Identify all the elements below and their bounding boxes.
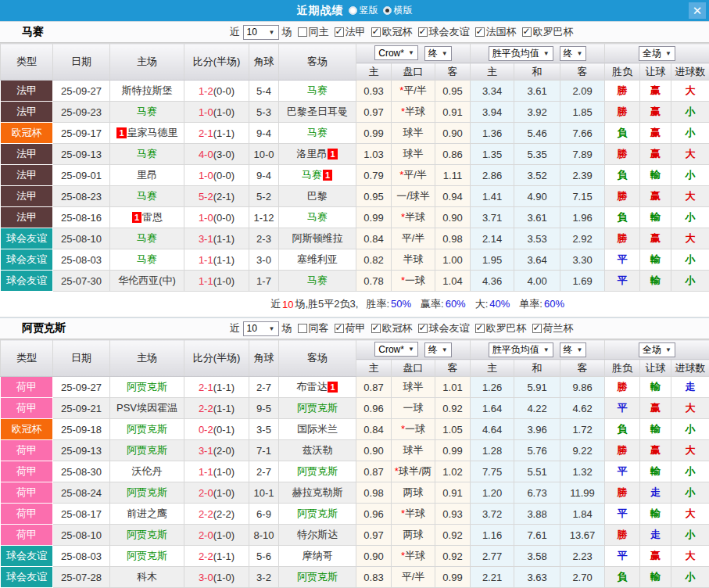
date-cell: 25-08-10 [53,525,110,546]
away-team-cell: 马赛1 [279,165,356,186]
radio-vertical-icon[interactable] [349,6,357,15]
near-count-select[interactable]: 10▼ [243,25,279,40]
away-team-name: 阿斯顿维拉 [292,232,343,244]
avg-source-header: 胜平负均值▼终▼ [471,340,605,360]
same-venue-label: 同主 [309,25,329,39]
avg-stage-select[interactable]: 终▼ [560,342,587,357]
avg-stage-select[interactable]: 终▼ [560,46,587,61]
result-winlose-cell: 勝 [605,482,640,504]
radio-vertical-layout[interactable]: 竖版 [349,4,378,17]
league-checkbox-0[interactable] [335,27,344,37]
score-cell: 2-2(1-1) [184,546,249,567]
away-team-name: 马赛 [307,274,328,286]
result-winlose-cell: 勝 [605,440,640,461]
table-row: 法甲25-09-01里昂1-0(0-0)9-4马赛10.79*平/半1.112.… [1,165,709,186]
score-cell: 1-1(1-1) [184,249,249,271]
halftime-score: (1-0) [213,466,235,478]
result-winlose-cell: 平 [605,271,640,292]
chevron-down-icon: ▼ [442,50,448,57]
radio-horizontal-layout[interactable]: 横版 [383,4,413,17]
handicap-cell: 一/球半 [392,186,435,207]
odds-away-cell: 1.01 [435,377,471,398]
corner-cell: 2-3 [249,228,279,249]
same-venue-label: 同客 [309,321,329,335]
away-team-cell: 阿贾克斯 [279,461,356,482]
result-goals-cell: 大 [671,186,709,207]
near-count-select[interactable]: 10▼ [243,321,279,336]
odds-home-cell: 0.96 [356,504,392,525]
result-goals-cell: 小 [671,419,709,440]
odds-stage-select[interactable]: 终▼ [424,46,452,61]
date-cell: 25-07-30 [53,271,110,292]
radio-horizontal-icon[interactable] [383,6,392,15]
home-team-cell: 阿贾克斯 [110,419,184,440]
handicap-cell: 球半 [392,123,435,144]
competition-type-cell: 法甲 [1,207,53,228]
away-team-name: 巴黎 [307,190,328,202]
league-checkbox-3[interactable] [475,27,485,37]
league-checkbox-3[interactable] [475,324,485,333]
score-cell: 1-0(1-0) [184,102,249,123]
chevron-down-icon: ▼ [577,346,583,353]
league-checkbox-4[interactable] [532,324,542,333]
home-team-cell: 1雷恩 [110,207,184,228]
score-cell: 1-2(0-0) [184,81,249,102]
date-cell: 25-07-28 [53,567,110,588]
avg-home-cell: 2.14 [471,228,514,249]
result-winlose-cell: 勝 [605,377,640,398]
odds-away-cell: 1.11 [435,165,471,186]
avg-draw-cell: 5.35 [514,144,560,165]
scope-select[interactable]: 全场▼ [639,46,675,61]
away-team-name: 马赛 [307,211,328,223]
score-cell: 3-1(1-1) [184,228,249,249]
date-cell: 25-09-21 [53,398,110,419]
same-venue-checkbox[interactable] [298,324,307,333]
league-checkbox-4[interactable] [522,27,532,37]
league-checkbox-1[interactable] [371,324,381,333]
away-team-cell: 洛里昂1 [279,144,356,165]
games-label: 场 [282,321,292,335]
table-row: 荷甲25-09-21PSV埃因霍温2-2(1-1)9-5阿贾克斯0.96一球0.… [1,398,709,419]
avg-away-cell: 9.86 [560,377,605,398]
table-row: 欧冠杯25-09-18阿贾克斯0-2(0-1)3-5国际米兰0.84*一球1.0… [1,419,709,440]
result-handicap-cell: 赢 [640,440,671,461]
odds-away-cell: 0.92 [435,525,471,546]
home-team-cell: 阿贾克斯 [110,546,184,567]
home-team-name: 科木 [137,571,157,583]
fulltime-score: 4-0 [199,149,213,160]
result-goals-cell: 大 [671,504,709,525]
date-cell: 25-09-01 [53,165,110,186]
avg-source-select[interactable]: 胜平负均值▼ [489,342,553,357]
odds-source-select[interactable]: Crow*▼ [374,45,418,60]
same-venue-checkbox[interactable] [298,27,307,37]
subcolumn-header-result_handicap: 让球 [640,63,671,81]
score-cell: 2-0(1-0) [184,525,249,546]
score-cell: 4-0(3-0) [184,144,249,165]
scope-select[interactable]: 全场▼ [639,342,675,357]
league-checkbox-1[interactable] [371,27,381,37]
table-row: 球会友谊25-08-10马赛3-1(1-1)2-3阿斯顿维拉0.84平/半0.9… [1,228,709,249]
league-checkbox-0[interactable] [335,324,344,333]
summary-stat-label: 单率: [519,298,542,310]
odds-source-select[interactable]: Crow*▼ [374,342,418,357]
corner-cell: 1-7 [249,271,279,292]
result-handicap-cell: 赢 [640,398,671,419]
league-checkbox-2[interactable] [418,324,428,333]
fulltime-score: 1-0 [199,212,213,224]
summary-stat-label: 大: [475,298,489,310]
avg-draw-cell: 7.61 [514,525,560,546]
column-header-corner: 角球 [249,44,279,81]
avg-home-cell: 1.41 [471,186,514,207]
result-handicap-cell: 赢 [640,81,671,102]
close-icon[interactable]: ✕ [689,2,706,19]
fulltime-score: 1-2 [199,85,213,97]
avg-source-select[interactable]: 胜平负均值▼ [489,46,553,61]
star-mark: * [399,84,403,96]
result-goals-cell: 大 [671,398,709,419]
odds-stage-select[interactable]: 终▼ [424,342,452,357]
date-cell: 25-09-18 [53,419,110,440]
date-cell: 25-09-23 [53,102,110,123]
league-label-4: 欧罗巴杯 [533,25,574,39]
league-checkbox-2[interactable] [418,27,428,37]
away-team-name: 阿贾克斯 [297,465,338,477]
